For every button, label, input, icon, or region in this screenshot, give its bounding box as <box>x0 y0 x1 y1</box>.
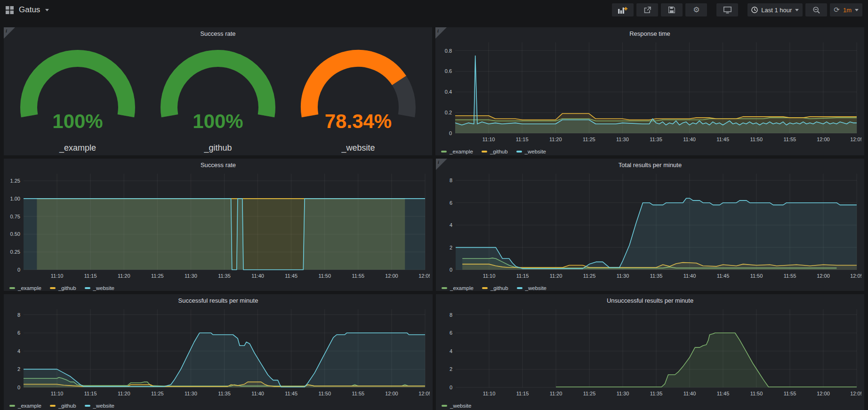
legend-item-_website[interactable]: _website <box>442 403 471 409</box>
legend-item-_github[interactable]: _github <box>50 285 76 291</box>
x-tick-label: 11:25 <box>151 273 164 279</box>
panel-info-corner[interactable]: i <box>436 159 447 170</box>
settings-button[interactable]: ⚙ <box>685 3 707 16</box>
refresh-picker[interactable]: ⟳ 1m <box>830 3 862 16</box>
legend-item-_website[interactable]: _website <box>85 285 114 291</box>
legend-marker <box>9 405 15 407</box>
panel-title[interactable]: Successful results per minute <box>4 294 433 306</box>
gauge-_website: 78.34%_website <box>288 40 428 155</box>
x-tick-label: 12:05 <box>418 273 430 279</box>
save-button[interactable] <box>661 3 683 16</box>
panel-success-rate-graph: Success rate 11:1011:1511:2011:2511:3011… <box>4 159 433 291</box>
legend-label: _github <box>58 403 76 409</box>
share-button[interactable] <box>636 3 658 16</box>
x-tick-label: 11:40 <box>683 137 696 142</box>
x-tick-label: 11:15 <box>516 273 529 279</box>
x-tick-label: 11:10 <box>51 391 64 396</box>
x-tick-label: 11:45 <box>716 137 729 142</box>
x-tick-label: 11:30 <box>185 391 197 396</box>
chevron-down-icon <box>795 9 799 11</box>
panel-info-corner[interactable]: i <box>435 27 447 39</box>
panel-title[interactable]: Unsuccessful results per minute <box>436 294 864 306</box>
y-tick-label: 6 <box>450 200 452 206</box>
legend-item-_example[interactable]: _example <box>442 285 474 291</box>
legend-item-_website[interactable]: _website <box>517 285 547 291</box>
x-tick-label: 11:40 <box>251 391 264 396</box>
x-tick-label: 11:10 <box>51 273 64 279</box>
refresh-icon: ⟳ <box>834 7 840 14</box>
x-tick-label: 11:20 <box>118 391 130 396</box>
legend-marker <box>85 405 90 407</box>
chevron-down-icon <box>45 9 49 11</box>
legend-label: _example <box>450 149 473 154</box>
x-tick-label: 11:55 <box>352 273 364 279</box>
y-tick-label: 8 <box>450 312 452 318</box>
legend-item-_website[interactable]: _website <box>516 149 546 154</box>
time-series-chart[interactable]: 11:1011:1511:2011:2511:3011:3511:4011:45… <box>438 40 861 147</box>
x-tick-label: 11:10 <box>483 391 496 396</box>
legend-marker <box>442 405 447 407</box>
legend-item-_example[interactable]: _example <box>9 403 41 409</box>
legend-item-_github[interactable]: _github <box>482 285 508 291</box>
x-tick-label: 11:30 <box>185 273 197 279</box>
series-area-_website <box>456 198 857 270</box>
x-tick-label: 11:50 <box>750 273 763 279</box>
gauge-value: 100% <box>193 110 243 129</box>
time-series-chart[interactable]: 11:1011:1511:2011:2511:3011:3511:4011:45… <box>439 171 861 284</box>
legend-label: _github <box>58 285 76 291</box>
x-tick-label: 11:15 <box>516 391 529 396</box>
x-tick-label: 11:40 <box>683 391 696 396</box>
x-tick-label: 11:15 <box>84 273 97 279</box>
time-series-chart[interactable]: 11:1011:1511:2011:2511:3011:3511:4011:45… <box>7 306 430 402</box>
y-tick-label: 0.2 <box>445 110 452 115</box>
legend-marker <box>482 151 487 153</box>
panel-title[interactable]: Success rate <box>4 27 432 40</box>
y-tick-label: 0.6 <box>445 68 452 74</box>
y-tick-label: 0.75 <box>10 214 20 219</box>
y-tick-label: 0 <box>17 267 20 273</box>
x-tick-label: 12:00 <box>817 137 830 142</box>
panel-title[interactable]: Response time <box>435 27 864 40</box>
y-tick-label: 0 <box>449 130 452 136</box>
chart-legend: _example_github_website <box>9 403 427 409</box>
add-panel-button[interactable] <box>612 3 634 16</box>
y-tick-label: 2 <box>17 366 20 372</box>
zoom-out-button[interactable] <box>805 3 827 16</box>
chart-legend: _website <box>442 403 859 409</box>
x-tick-label: 12:00 <box>385 391 398 396</box>
legend-label: _website <box>93 285 114 291</box>
x-tick-label: 11:15 <box>516 137 529 142</box>
panel-title[interactable]: Total results per minute <box>436 159 864 171</box>
legend-item-_example[interactable]: _example <box>441 149 473 154</box>
legend-item-_example[interactable]: _example <box>9 285 41 291</box>
time-range-picker[interactable]: Last 1 hour <box>747 3 803 16</box>
cycle-view-button[interactable] <box>716 3 738 16</box>
y-tick-label: 6 <box>17 330 20 336</box>
share-icon <box>644 7 651 14</box>
x-tick-label: 12:00 <box>817 273 830 279</box>
gauge-value: 78.34% <box>325 110 392 129</box>
legend-label: _website <box>525 149 546 154</box>
legend-marker <box>442 287 447 289</box>
x-tick-label: 11:20 <box>118 273 130 279</box>
legend-item-_website[interactable]: _website <box>85 403 114 409</box>
y-tick-label: 4 <box>17 348 20 354</box>
time-series-chart[interactable]: 11:1011:1511:2011:2511:3011:3511:4011:45… <box>7 171 430 284</box>
zoom-out-icon <box>813 7 820 14</box>
legend-item-_github[interactable]: _github <box>50 403 76 409</box>
legend-label: _github <box>490 149 508 154</box>
refresh-interval-label: 1m <box>843 7 852 14</box>
x-tick-label: 12:05 <box>418 391 430 396</box>
panel-title[interactable]: Success rate <box>4 159 433 171</box>
x-tick-label: 11:25 <box>151 391 164 396</box>
time-series-chart[interactable]: 11:1011:1511:2011:2511:3011:3511:4011:45… <box>439 306 861 402</box>
gauge-label: _github <box>148 143 288 153</box>
x-tick-label: 11:20 <box>550 391 563 396</box>
panel-info-corner[interactable]: i <box>4 27 15 39</box>
legend-label: _example <box>18 285 41 291</box>
legend-item-_github[interactable]: _github <box>482 149 508 154</box>
gauge-label: _website <box>288 143 428 153</box>
gauge-label: _example <box>8 143 148 153</box>
dashboard-picker[interactable]: Gatus <box>6 5 49 15</box>
panel-response-time: i Response time 11:1011:1511:2011:2511:3… <box>435 27 864 155</box>
